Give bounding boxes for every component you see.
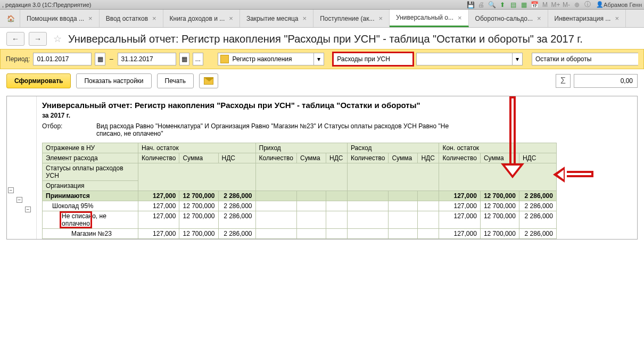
col-sum: Сумма (179, 153, 218, 163)
close-icon[interactable]: × (537, 14, 541, 22)
form-button[interactable]: Сформировать (6, 73, 71, 88)
action-row: Сформировать Показать настройки Печать Σ… (0, 69, 644, 93)
close-icon[interactable]: × (458, 14, 462, 22)
table-row[interactable]: Не списано, не оплачено 127,000 12 700,0… (43, 211, 557, 229)
close-icon[interactable]: × (303, 14, 307, 22)
info-icon[interactable]: ⓘ (583, 1, 592, 9)
calc-icon[interactable]: ▦ (519, 1, 528, 9)
register-side-combo[interactable]: ▾ (416, 53, 523, 65)
table-row[interactable]: Магазин №23 127,000 12 700,000 2 286,000… (43, 229, 557, 239)
col-sum: Сумма (296, 153, 326, 163)
close-icon[interactable]: × (152, 14, 156, 22)
tab-label: Ввод остатков (106, 15, 148, 22)
arrow-up-icon[interactable]: ⬆ (498, 1, 507, 9)
close-icon[interactable]: × (229, 14, 233, 22)
date-to-input[interactable] (118, 53, 176, 65)
highlighted-cell: Не списано, не оплачено (62, 212, 106, 227)
close-icon[interactable]: × (379, 14, 383, 22)
tab-label: Книга доходов и ... (170, 15, 225, 22)
analysis-combo[interactable] (532, 53, 638, 65)
home-tab[interactable]: 🏠 (2, 10, 20, 27)
report-subtitle: за 2017 г. (37, 110, 637, 121)
chevron-down-icon[interactable]: ▾ (512, 53, 523, 65)
col-org: Организация (43, 181, 138, 191)
register-combo[interactable] (333, 53, 413, 65)
tab-7[interactable]: Инвентаризация ...× (548, 10, 626, 27)
col-qty: Количество (347, 153, 388, 163)
report-body: Универсальный отчет: Регистр накопления … (37, 96, 637, 239)
forward-button[interactable]: → (29, 32, 47, 46)
source-type-input[interactable] (218, 53, 313, 65)
tab-0[interactable]: Помощник ввода ...× (20, 10, 100, 27)
table-row[interactable]: Принимаются 127,000 12 700,000 2 286,000… (43, 191, 557, 201)
col-element: Элемент расхода (43, 153, 138, 163)
search-icon[interactable]: 🔍 (488, 1, 496, 9)
period-label: Период: (6, 55, 30, 63)
email-button[interactable] (199, 73, 218, 88)
col-sum: Сумма (389, 153, 418, 163)
tab-label: Поступление (ак... (320, 15, 374, 22)
col-status: Статусы оплаты расходов УСН (43, 163, 138, 181)
tab-1[interactable]: Ввод остатков× (100, 10, 163, 27)
tab-4[interactable]: Поступление (ак...× (313, 10, 390, 27)
col-qty: Количество (255, 153, 296, 163)
settings-button[interactable]: Показать настройки (76, 73, 151, 88)
sum-field: 0,00 (574, 74, 638, 88)
col-sum: Сумма (480, 153, 519, 163)
date-from-input[interactable] (33, 53, 92, 65)
sigma-button[interactable]: Σ (556, 74, 571, 88)
report-table: Отражение в НУ Нач. остаток Приход Расхо… (42, 143, 557, 239)
tab-strip: 🏠 Помощник ввода ...× Ввод остатков× Кни… (0, 10, 644, 28)
col-vat: НДС (519, 153, 556, 163)
filter-label: Отбор: (42, 122, 96, 137)
print-button[interactable]: Печать (157, 73, 194, 88)
table-row[interactable]: Шоколад 95% 127,000 12 700,000 2 286,000… (43, 201, 557, 211)
annotation-arrow-left (556, 168, 593, 182)
m-icon[interactable]: M (541, 1, 549, 9)
calendar-to-button[interactable]: ▦ (179, 53, 189, 65)
back-button[interactable]: ← (6, 32, 24, 46)
col-group-kon: Кон. остаток (439, 143, 557, 153)
tab-5[interactable]: Универсальный о...× (390, 10, 469, 27)
mail-icon (204, 77, 213, 85)
tab-2[interactable]: Книга доходов и ...× (163, 10, 240, 27)
zoom-in-icon[interactable]: ⊕ (573, 1, 581, 9)
collapse-icon[interactable]: − (25, 207, 31, 212)
user-name: Абрамов Генн (604, 2, 642, 8)
title-bar: , редакция 3.0 (1С:Предприятие) 💾 🖨 🔍 ⬆ … (0, 0, 644, 10)
chevron-down-icon[interactable]: ▾ (313, 53, 324, 65)
filter-value: Вид расхода Равно "Номенклатура" И Орган… (96, 122, 458, 137)
col-group-nach: Нач. остаток (138, 143, 256, 153)
tab-6[interactable]: Оборотно-сальдо...× (469, 10, 548, 27)
tab-label: Помощник ввода ... (27, 15, 84, 22)
report-title: Универсальный отчет: Регистр накопления … (37, 96, 637, 110)
close-icon[interactable]: × (88, 14, 93, 22)
app-title: , редакция 3.0 (1С:Предприятие) (2, 2, 92, 8)
calendar-icon[interactable]: 📅 (530, 1, 539, 9)
m-minus-icon[interactable]: M- (562, 1, 571, 9)
calendar-from-button[interactable]: ▦ (95, 53, 105, 65)
col-qty: Количество (439, 153, 480, 163)
register-input[interactable] (333, 53, 413, 65)
register-side-input[interactable] (416, 53, 512, 65)
period-picker-button[interactable]: ... (193, 53, 203, 65)
collapse-icon[interactable]: − (16, 197, 22, 203)
m-plus-icon[interactable]: M+ (551, 1, 560, 9)
page-title: Универсальный отчет: Регистр накопления … (68, 33, 583, 45)
col-group-rashod: Расход (347, 143, 439, 153)
col-qty: Количество (138, 153, 179, 163)
collapse-icon[interactable]: − (8, 187, 14, 193)
tree-gutter: − − − (7, 96, 37, 239)
user-label[interactable]: 👤 Абрамов Генн (594, 1, 642, 8)
tab-3[interactable]: Закрытие месяца× (240, 10, 313, 27)
source-type-combo[interactable]: ▾ (218, 53, 324, 65)
save-icon[interactable]: 💾 (466, 1, 475, 9)
analysis-input[interactable] (532, 53, 638, 65)
tab-label: Оборотно-сальдо... (475, 15, 533, 22)
report-frame: − − − Универсальный отчет: Регистр накоп… (6, 96, 638, 240)
favorite-icon[interactable]: ☆ (51, 32, 64, 45)
close-icon[interactable]: × (615, 14, 619, 22)
print-icon[interactable]: 🖨 (477, 1, 485, 9)
doc-icon[interactable]: ▤ (509, 1, 517, 9)
col-otrazhenie: Отражение в НУ (43, 143, 138, 153)
